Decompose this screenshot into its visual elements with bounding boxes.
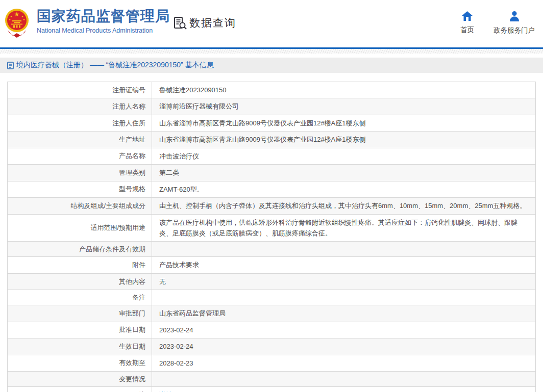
row-label-text: 管理类别 [119,168,145,177]
row-label: 注 [8,387,152,392]
row-label: 附件 [8,257,152,273]
row-label-text: 注册人名称 [112,102,145,111]
portal-link[interactable]: 政务服务门户 [493,11,535,35]
table-row: 注详情 [8,387,535,392]
home-link[interactable]: 首页 [460,11,474,35]
row-label-text: 注册证编号 [112,86,145,95]
table-row: 其他内容无 [8,274,535,290]
row-value: 由主机、控制手柄（内含子弹体）及其连接线和治疗头组成，其中治疗头有6mm、10m… [152,198,535,214]
user-icon [509,11,520,21]
table-row: 有效期至2028-02-23 [8,355,535,372]
table-row: 注册人名称淄博前沿医疗器械有限公司 [8,98,535,115]
row-label-text: 注册人住所 [112,119,145,128]
row-label-text: 生产地址 [119,135,145,144]
svg-text:★: ★ [23,18,26,21]
hatch-band [0,49,543,54]
row-label-text: 结构及组成/主要组成成分 [70,201,145,211]
home-icon [462,11,473,21]
row-label: 管理类别 [8,165,152,180]
row-value: 该产品在医疗机构中使用，供临床矫形外科治疗骨骼附近软组织慢性疼痛。其适应症如下：… [152,215,535,242]
table-row: 变更情况 [8,372,535,387]
breadcrumb: 境内医疗器械（注册） —— “鲁械注准20232090150” 基本信息 [0,58,543,73]
row-label-text: 备注 [132,293,145,302]
row-value: 鲁械注准20232090150 [152,82,535,98]
info-table: 注册证编号鲁械注准20232090150注册人名称淄博前沿医疗器械有限公司注册人… [7,82,536,392]
row-label-text: 有效期至 [119,358,145,368]
row-value: 2023-02-24 [152,338,535,354]
row-label: 产品储存条件及有效期 [8,242,152,256]
row-value [152,242,535,256]
row-value [152,290,535,305]
home-link-label: 首页 [460,25,474,35]
row-value: 山东省淄博市高新区青龙山路9009号仪器仪表产业园12#楼A座1楼东侧 [152,115,535,131]
breadcrumb-text: 境内医疗器械（注册） —— “鲁械注准20232090150” 基本信息 [16,61,214,70]
row-value: 详情 [152,387,535,392]
svg-text:★: ★ [14,11,20,18]
row-label: 批准日期 [8,322,152,338]
row-label: 其他内容 [8,274,152,290]
svg-text:★: ★ [9,18,11,21]
row-value: 2023-02-24 [152,322,535,338]
row-value: 无 [152,274,535,290]
row-value: 淄博前沿医疗器械有限公司 [152,98,535,114]
row-label: 生产地址 [8,132,152,147]
row-label-text: 型号规格 [119,185,145,194]
row-label: 型号规格 [8,181,152,197]
table-row: 生效日期2023-02-24 [8,338,535,355]
table-row: 型号规格ZAMT-620型。 [8,181,535,198]
row-label: 注册人住所 [8,115,152,131]
row-label: 备注 [8,290,152,305]
row-label: 变更情况 [8,372,152,386]
portal-link-label: 政务服务门户 [493,26,535,35]
table-row: 审批部门山东省药品监督管理局 [8,305,535,322]
table-row: 产品名称冲击波治疗仪 [8,148,535,165]
row-label-text: 适用范围/预期用途 [90,223,145,232]
row-label: 注册证编号 [8,82,152,98]
row-value: 产品技术要求 [152,257,535,273]
row-label-text: 批准日期 [119,325,145,334]
org-name-en: National Medical Products Administration [37,27,170,34]
row-label-text: 变更情况 [119,375,145,384]
table-row: 产品储存条件及有效期 [8,242,535,257]
row-label-text: 生效日期 [119,342,145,351]
row-label-text: 产品名称 [119,151,145,161]
row-label: 注册人名称 [8,98,152,114]
row-label: 生效日期 [8,338,152,354]
document-icon [7,62,14,69]
row-label-text: 附件 [132,260,145,270]
details-link[interactable]: 详情 [159,389,172,392]
data-query-label: 数据查询 [189,16,236,30]
row-value [152,372,535,386]
data-query-nav[interactable]: 数据查询 [174,16,236,30]
table-row: 附件产品技术要求 [8,257,535,273]
table-row: 适用范围/预期用途该产品在医疗机构中使用，供临床矫形外科治疗骨骼附近软组织慢性疼… [8,215,535,242]
org-name-cn: 国家药品监督管理局 [37,9,170,24]
row-value: ZAMT-620型。 [152,181,535,197]
row-label: 有效期至 [8,355,152,371]
row-label: 结构及组成/主要组成成分 [8,198,152,214]
table-row: 批准日期2023-02-24 [8,322,535,338]
row-label-text: 产品储存条件及有效期 [79,245,145,254]
row-label: 审批部门 [8,305,152,321]
row-value: 第二类 [152,165,535,180]
row-label-text: 审批部门 [119,309,145,318]
row-value: 2028-02-23 [152,355,535,371]
org-title-block: 国家药品监督管理局 National Medical Products Admi… [37,9,170,34]
row-label-text: 其他内容 [119,277,145,286]
table-row: 管理类别第二类 [8,165,535,181]
national-emblem-logo: ★ ★ ★ ★ ★ [4,6,30,39]
table-row: 注册证编号鲁械注准20232090150 [8,82,535,98]
table-row: 结构及组成/主要组成成分由主机、控制手柄（内含子弹体）及其连接线和治疗头组成，其… [8,198,535,214]
data-search-icon [174,16,187,30]
quick-links: 首页 政务服务门户 [460,11,535,35]
row-value: 山东省淄博市高新区青龙山路9009号仪器仪表产业园12#楼A座1楼东侧 [152,132,535,147]
row-value: 山东省药品监督管理局 [152,305,535,321]
row-label: 产品名称 [8,148,152,164]
row-value: 冲击波治疗仪 [152,148,535,164]
table-row: 注册人住所山东省淄博市高新区青龙山路9009号仪器仪表产业园12#楼A座1楼东侧 [8,115,535,132]
header: ★ ★ ★ ★ ★ 国家药品监督管理局 National Medical Pro… [0,0,543,47]
table-row: 备注 [8,290,535,305]
row-label: 适用范围/预期用途 [8,215,152,242]
table-row: 生产地址山东省淄博市高新区青龙山路9009号仪器仪表产业园12#楼A座1楼东侧 [8,132,535,148]
